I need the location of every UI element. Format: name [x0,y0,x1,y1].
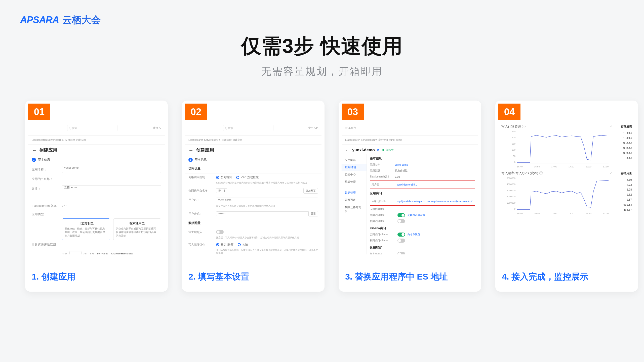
alias-label: 应用的白名单： [32,177,62,181]
add-config-button[interactable]: 添加配置 [303,188,318,194]
help-icon[interactable]: ? [539,171,543,175]
depth-label: 写入深度优化 [188,243,216,247]
network-note: Kibana的公网访问基于会为您开启公网并将您的本地客户端接入网络，以便您可以从… [185,181,321,186]
step-name: 基本信息 [195,158,207,162]
dedup-label: 等主键写入 [188,230,216,234]
sidebar-item-quota[interactable]: 配额管理 [342,178,367,186]
step-1-label: 1. 创建应用 [32,271,75,283]
back-arrow-icon[interactable]: ← [188,147,193,153]
dedup-toggle[interactable] [397,252,405,254]
badge-03: 03 [342,104,364,120]
help-icon[interactable]: ? [522,125,526,128]
username-highlight-box: 用户名yunxi-demo-e88... [370,180,475,189]
step-cards: 01 Q 搜索 费用 IC Elasticsearch Serverless服务… [25,101,638,292]
breadcrumb: Elasticsearch Serverless服务 应用管理 创建应用 [28,136,165,145]
version-value: 7.10 [62,205,67,208]
radio-depth-off[interactable] [238,243,241,246]
radio-depth-on[interactable] [216,243,219,246]
brand-cn: 云栖大会 [62,14,101,26]
top-right-links[interactable]: 费用 ICP [308,126,318,130]
step-3-label: 3. 替换应用程序中 ES 地址 [345,271,448,283]
brand-mark: APSARA [20,15,59,25]
sidebar-item-detail[interactable]: 应用详情 [342,164,367,171]
app-type-search[interactable]: 检索通用型 为企业内部平台或面向互联网的应用提供结构化或非结构化数据精准高效的搜… [113,218,162,240]
topbar: 云 工作台 [345,126,356,130]
status-text: 运行中 [386,148,394,152]
badge-01: 01 [28,104,50,120]
kibana-public-toggle[interactable] [397,233,405,237]
depth-note: 开启后数据海高写性能，但索引级写入性能无满度多余配置需优化，可得到更加显著的性能… [185,249,321,254]
username-label: 用户名： [188,198,216,202]
public-access-toggle[interactable] [397,213,405,217]
badge-02: 02 [185,104,207,120]
screenshot-3: 云 工作台 Elasticsearch Serverless服务 应用管理 yu… [342,104,478,254]
breadcrumb: Elasticsearch Serverless服务 应用管理 yunxi-de… [342,136,478,145]
sidebar-item-migrate[interactable]: 数据迁移与同步 [342,204,367,215]
data-config-heading: 数据配置 [370,244,475,251]
screenshot-1: Q 搜索 费用 IC Elasticsearch Serverless服务 应用… [28,104,165,254]
back-arrow-icon[interactable]: ← [32,147,37,153]
username-note: 需要生成名具有应用全部权限，包括应用管理和读写入权限 [185,204,321,209]
status-dot-icon [382,149,384,151]
step-2-label: 2. 填写基本设置 [188,271,249,283]
step-number-icon: 1 [188,158,193,162]
whitelist-link[interactable]: 公网白名单设置 [408,213,425,217]
chart-cu-panel: 写入计算资源? ⤢ 存储所需 1.5CU/1.2CU/0.9CU/ 0.6CU/… [501,124,632,168]
form-heading: 创建应用 [196,147,214,153]
radio-public[interactable] [216,176,219,179]
access-settings-heading: 访问设置 [185,164,321,173]
username-value[interactable]: yunxi-demo-e88... [397,183,417,186]
right-column-2: 存储用量 3.192.732.28 1.821.37931.33465.67 [615,171,632,212]
card-step-1: 01 Q 搜索 费用 IC Elasticsearch Serverless服务… [25,101,168,292]
chart-qps-xaxis: 16:4016:5017:00 17:1017:2017:30 [517,212,609,215]
app-name-input[interactable]: yunqi-demo [62,166,161,173]
basic-info-heading: 基本信息 [370,154,475,162]
screenshot-4: 写入计算资源? ⤢ 存储所需 1.5CU/1.2CU/0.9CU/ 0.6CU/… [498,104,635,254]
card-step-4: 04 写入计算资源? ⤢ 存储所需 1.5CU/1.2CU/0.9CU/ 0.6… [495,101,638,292]
chart-qps-line [517,177,609,210]
es-endpoint-url[interactable]: http://yunxi-demo-e88.public.pre-hangzho… [397,200,473,203]
whitelist-chip[interactable]: IP|__| [216,188,227,193]
kibana-whitelist-link[interactable]: 白名单设置 [408,233,420,236]
right-column-1: 存储所需 1.5CU/1.2CU/0.9CU/ 0.6CU/0.3CU/0CU/ [615,124,632,161]
dedup-toggle[interactable] [216,230,224,234]
password-input[interactable]: •••••••• [216,211,308,216]
badge-04: 04 [498,104,520,120]
app-type-label: 应用类型 [32,212,62,216]
breadcrumb: Elasticsearch Serverless服务 应用管理 创建应用 [185,136,321,145]
expand-icon[interactable]: ⤢ [610,171,613,175]
card-step-2: 02 Q 搜索 费用 ICP Elasticsearch Serverless服… [182,101,325,292]
search-input[interactable]: Q 搜索 [67,125,117,131]
chart-cu-title: 写入计算资源 [501,124,521,129]
sidebar-group-data[interactable]: 数据管理 [342,189,367,196]
show-password-button[interactable]: 显示 [308,211,318,216]
brand-logo: APSARA 云栖大会 [20,14,101,26]
chart-cu-yaxis: 250200150 100500 [503,130,516,163]
chart-qps-title: 写入速率/写入QPS (次/S) [501,171,538,175]
username-input[interactable]: yunxi-demo [216,198,318,202]
card-step-3: 03 云 工作台 Elasticsearch Serverless服务 应用管理… [339,101,481,292]
private-access-toggle[interactable] [397,219,405,223]
data-config-heading: 数据配置 [185,218,321,228]
expand-icon[interactable]: ⤢ [610,124,613,128]
network-label: 网络访问控制： [188,175,216,179]
app-access-heading: 应用访问 [370,189,475,197]
chart-qps-yaxis: 500000040000003000000 200000010000000 [503,177,516,210]
remark-input[interactable]: 云栖demo [62,185,161,192]
kibana-private-toggle[interactable] [397,239,405,243]
sidebar-item-index[interactable]: 索引列表 [342,196,367,204]
side-nav: 应用概览 应用详情 监控中心 配额管理 数据管理 索引列表 数据迁移与同步 [342,154,367,254]
back-arrow-icon[interactable]: ← [345,147,350,153]
sidebar-item-monitor[interactable]: 监控中心 [342,171,367,178]
sidebar-item-overview[interactable]: 应用概览 [342,156,367,164]
top-right-links[interactable]: 费用 IC [153,126,161,130]
search-input[interactable]: Q 搜索 [223,125,273,131]
cu-label: 计算资源弹性范围 [32,242,62,247]
radio-vpc[interactable] [236,176,239,179]
endpoint-highlight-box: 应用访问地址http://yunxi-demo-e88.public.pre-h… [370,197,475,206]
app-name-value[interactable]: yunxi-demo [395,163,408,166]
app-type-log[interactable]: 日志分析型 高效存储，快速、分析与可视化日志监测，成本、免运维的历史数据管理能力… [62,218,110,240]
cu-low-input[interactable] [69,251,82,254]
refresh-icon[interactable]: ⟳ [377,148,379,152]
whitelist-label: 公网访问白名单 [188,189,216,193]
